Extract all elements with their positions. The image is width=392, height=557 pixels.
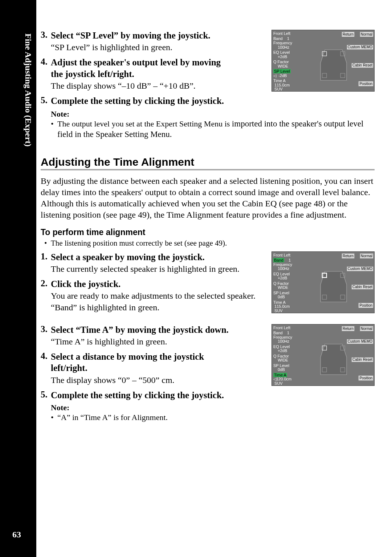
- step-number: 4.: [41, 57, 51, 92]
- step-title: Complete the setting by clicking the joy…: [51, 390, 266, 401]
- step-description: “Time A” is highlighted in green.: [51, 336, 266, 347]
- page-number: 63: [12, 530, 21, 540]
- step-number: 1.: [41, 251, 51, 275]
- step-description: The display shows “0” – “500” cm.: [51, 375, 266, 386]
- step-description: You are ready to make adjustments to the…: [51, 290, 266, 313]
- section-side-title: Fine Adjusting Audio (Expert): [23, 33, 33, 146]
- step-number: 3.: [41, 324, 51, 347]
- prerequisite: •The listening position must correctly b…: [44, 239, 375, 248]
- step-description: The currently selected speaker is highli…: [51, 263, 266, 275]
- step-title: Select a distance by moving the joystick…: [51, 351, 266, 374]
- svg-marker-5: [320, 271, 347, 302]
- display-screenshot-sp-level: Front Left Band 1 Frequency 100Hz EQ Lev…: [271, 30, 375, 92]
- note-text: • The output level you set at the Expert…: [51, 119, 375, 140]
- step-number: 2.: [41, 278, 51, 313]
- step-number: 3.: [41, 30, 51, 53]
- step-title: Complete the setting by clicking the joy…: [51, 95, 266, 106]
- step-title: Select a speaker by moving the joystick.: [51, 251, 266, 263]
- step-number: 4.: [41, 351, 51, 386]
- sub-heading: To perform time alignment: [41, 227, 375, 237]
- step-title: Select “SP Level” by moving the joystick…: [51, 30, 266, 41]
- step-title: Click the joystick.: [51, 278, 266, 290]
- section-intro: By adjusting the distance between each s…: [41, 175, 375, 221]
- display-screenshot-band: Front Left Band 1 Frequency 100Hz EQ Lev…: [271, 251, 375, 313]
- svg-marker-10: [320, 344, 347, 375]
- display-screenshot-time-a: Front Left Band 1 Frequency 100Hz EQ Lev…: [271, 324, 375, 386]
- note-label: Note:: [51, 403, 266, 412]
- step-title: Select “Time A” by moving the joystick d…: [51, 324, 266, 335]
- step-description: The display shows “–10 dB” – “+10 dB”.: [51, 80, 266, 92]
- note-text: •“A” in “Time A” is for Alignment.: [51, 412, 266, 423]
- svg-marker-0: [320, 50, 347, 80]
- step-number: 5.: [41, 95, 51, 106]
- step-title: Adjust the speaker's output level by mov…: [51, 57, 266, 80]
- step-number: 5.: [41, 390, 51, 401]
- step-description: “SP Level” is highlighted in green.: [51, 42, 266, 53]
- note-label: Note:: [51, 109, 375, 119]
- section-heading: Adjusting the Time Alignment: [41, 156, 375, 170]
